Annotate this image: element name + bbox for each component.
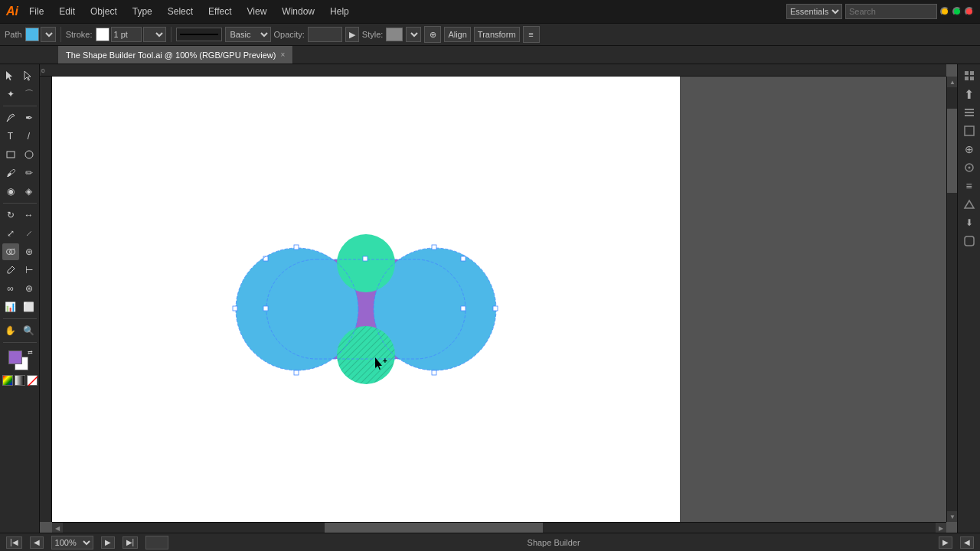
live-paint-tool[interactable]: ⊛ bbox=[21, 243, 38, 260]
gradient-mode-swatch[interactable] bbox=[15, 375, 25, 386]
panel-btn-3[interactable] bbox=[961, 104, 978, 121]
align-button[interactable]: Align bbox=[444, 27, 470, 42]
menu-type[interactable]: Type bbox=[128, 6, 157, 17]
panel-btn-7[interactable]: ≡ bbox=[961, 178, 978, 194]
measure-tool[interactable]: ⊢ bbox=[21, 262, 38, 279]
nav-start-button[interactable]: |◀ bbox=[6, 536, 22, 549]
zoom-tool[interactable]: 🔍 bbox=[21, 322, 38, 339]
blend-tool[interactable]: ∞ bbox=[2, 280, 19, 297]
eraser-tool[interactable]: ◈ bbox=[21, 183, 38, 200]
tool-name: Shape Builder bbox=[528, 538, 580, 547]
status-play-button[interactable]: ▶ bbox=[939, 536, 952, 549]
direct-select-tool[interactable] bbox=[21, 67, 38, 84]
panel-btn-6[interactable] bbox=[961, 159, 978, 176]
menu-edit[interactable]: Edit bbox=[54, 6, 80, 17]
tab-close-button[interactable]: × bbox=[280, 51, 285, 59]
zoom-select[interactable]: 100% bbox=[51, 536, 93, 549]
appearance-button[interactable]: ⊕ bbox=[424, 26, 441, 43]
minimize-button[interactable] bbox=[940, 7, 949, 16]
color-mode-swatch[interactable] bbox=[2, 375, 13, 386]
panel-btn-2[interactable]: ⬆ bbox=[961, 86, 978, 103]
svg-rect-25 bbox=[233, 306, 237, 311]
panel-btn-5[interactable]: ⊕ bbox=[961, 141, 978, 158]
shape-builder-tool[interactable]: + bbox=[2, 243, 19, 260]
menu-object[interactable]: Object bbox=[86, 6, 122, 17]
rotate-tool[interactable]: ↻ bbox=[2, 207, 19, 223]
column-graph-tool[interactable]: 📊 bbox=[2, 298, 19, 315]
hand-tool[interactable]: ✋ bbox=[2, 322, 19, 339]
stroke-swatch[interactable] bbox=[96, 28, 109, 41]
horizontal-scrollbar[interactable]: ◀ ▶ bbox=[52, 522, 946, 533]
menu-effect[interactable]: Effect bbox=[204, 6, 236, 17]
color-swatches: ⇄ bbox=[2, 349, 38, 386]
stroke-dropdown[interactable] bbox=[143, 27, 166, 42]
menu-view[interactable]: View bbox=[243, 6, 272, 17]
pencil-tool[interactable]: ✏ bbox=[21, 165, 38, 181]
scroll-up-button[interactable]: ▲ bbox=[947, 77, 957, 87]
eyedropper-tool[interactable] bbox=[2, 262, 19, 279]
line-tool[interactable]: / bbox=[21, 128, 38, 145]
workspace-dropdown[interactable]: Essentials bbox=[786, 4, 842, 19]
tool-divider-1 bbox=[3, 106, 37, 106]
menu-window[interactable]: Window bbox=[277, 6, 319, 17]
paintbrush-tool[interactable]: 🖌 bbox=[2, 165, 19, 181]
reflect-tool[interactable]: ↔ bbox=[21, 207, 38, 223]
panel-btn-10[interactable] bbox=[961, 233, 978, 249]
rect-tool[interactable] bbox=[2, 146, 19, 163]
style-dropdown[interactable] bbox=[406, 27, 421, 42]
document-tab[interactable]: The Shape Builder Tool.ai @ 100% (RGB/GP… bbox=[58, 46, 293, 64]
pen-tool[interactable] bbox=[2, 109, 19, 126]
svg-rect-36 bbox=[970, 77, 974, 80]
document-tab-title: The Shape Builder Tool.ai @ 100% (RGB/GP… bbox=[66, 51, 276, 60]
menu-file[interactable]: File bbox=[24, 6, 48, 17]
menu-help[interactable]: Help bbox=[325, 6, 354, 17]
maximize-button[interactable] bbox=[952, 7, 962, 16]
shear-tool[interactable]: ⟋ bbox=[21, 225, 38, 242]
panel-btn-9[interactable]: ⬇ bbox=[961, 214, 978, 231]
fill-color-swatch[interactable] bbox=[8, 350, 22, 364]
nav-next-button[interactable]: ▶ bbox=[101, 536, 115, 549]
symbol-tool[interactable]: ⊛ bbox=[21, 280, 38, 297]
style-swatch[interactable] bbox=[386, 28, 403, 41]
search-input[interactable] bbox=[845, 4, 937, 19]
scroll-down-button[interactable]: ▼ bbox=[947, 511, 957, 522]
tool-row-10: + ⊛ bbox=[2, 243, 38, 260]
nav-end-button[interactable]: ▶| bbox=[122, 536, 139, 549]
ellipse-tool[interactable] bbox=[21, 146, 38, 163]
vertical-scrollbar[interactable]: ▲ ▼ bbox=[946, 77, 957, 522]
scroll-right-button[interactable]: ▶ bbox=[936, 523, 946, 533]
none-mode-swatch[interactable] bbox=[27, 375, 38, 386]
options-button[interactable]: ≡ bbox=[523, 26, 540, 43]
blob-brush-tool[interactable]: ◉ bbox=[2, 183, 19, 200]
scale-tool[interactable]: ⤢ bbox=[2, 225, 19, 242]
scroll-thumb[interactable] bbox=[947, 109, 957, 194]
status-rewind-button[interactable]: ◀ bbox=[960, 536, 974, 549]
panel-btn-4[interactable] bbox=[961, 122, 978, 139]
scroll-left-button[interactable]: ◀ bbox=[52, 523, 63, 533]
menu-select[interactable]: Select bbox=[163, 6, 198, 17]
zoom-display: 100% bbox=[51, 536, 93, 549]
stroke-value-input[interactable] bbox=[111, 27, 142, 42]
panel-btn-8[interactable] bbox=[961, 196, 978, 213]
transform-button[interactable]: Transform bbox=[474, 27, 520, 42]
swap-icon[interactable]: ⇄ bbox=[28, 349, 33, 356]
opacity-input[interactable]: 100% bbox=[308, 27, 342, 42]
fill-dropdown[interactable] bbox=[41, 27, 56, 42]
canvas-area[interactable]: 0 bbox=[40, 64, 957, 533]
add-anchor-tool[interactable]: ✒ bbox=[21, 109, 38, 126]
fill-swatch[interactable] bbox=[25, 28, 39, 41]
lasso-tool[interactable]: ⌒ bbox=[21, 86, 38, 103]
opacity-arrow[interactable]: ▶ bbox=[345, 27, 359, 42]
type-tool[interactable]: T bbox=[2, 128, 19, 145]
hscroll-thumb[interactable] bbox=[325, 523, 543, 533]
titlebar-right: Essentials bbox=[786, 4, 974, 19]
artboard-input[interactable]: 1 bbox=[145, 536, 168, 549]
select-tool[interactable] bbox=[2, 67, 19, 84]
blend-mode-dropdown[interactable]: Basic bbox=[225, 27, 271, 42]
nav-prev-button[interactable]: ◀ bbox=[30, 536, 44, 549]
artboard-tool[interactable]: ⬜ bbox=[21, 298, 38, 315]
panel-btn-1[interactable] bbox=[961, 67, 978, 84]
magic-wand-tool[interactable]: ✦ bbox=[2, 86, 19, 103]
tool-row-8: ↻ ↔ bbox=[2, 207, 38, 223]
close-button[interactable] bbox=[965, 7, 974, 16]
